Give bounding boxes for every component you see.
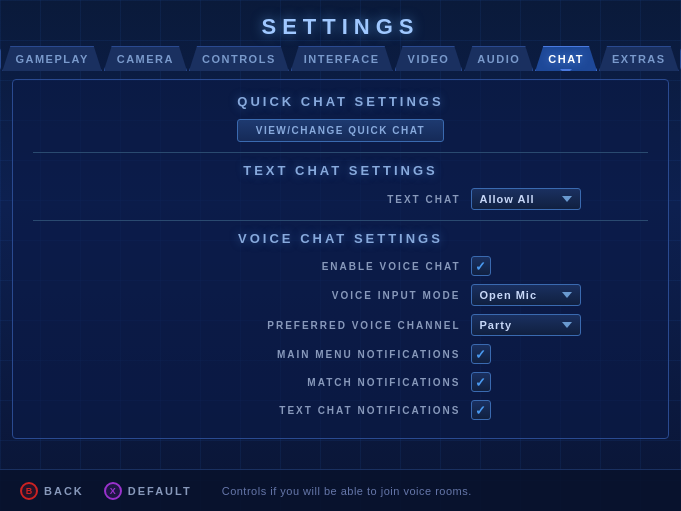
view-change-quick-chat-button[interactable]: VIEW/CHANGE QUICK CHAT: [237, 119, 444, 142]
preferred-voice-channel-label: PREFERRED VOICE CHANNEL: [91, 320, 461, 331]
voice-chat-rows: ENABLE VOICE CHAT VOICE INPUT MODE Open …: [91, 256, 591, 420]
tab-controls[interactable]: CONTROLS: [189, 46, 289, 71]
tab-video[interactable]: VIDEO: [395, 46, 463, 71]
preferred-voice-channel-arrow-icon: [562, 322, 572, 328]
voice-chat-section-title: VOICE CHAT SETTINGS: [33, 231, 648, 246]
back-label: BACK: [44, 485, 84, 497]
divider-1: [33, 152, 648, 153]
back-button[interactable]: B BACK: [20, 482, 84, 500]
tab-gameplay[interactable]: GAMEPLAY: [2, 46, 101, 71]
enable-voice-chat-checkbox[interactable]: [471, 256, 491, 276]
main-menu-notifications-label: MAIN MENU NOTIFICATIONS: [91, 349, 461, 360]
default-button[interactable]: X DEFAULT: [104, 482, 192, 500]
text-chat-label: TEXT CHAT: [91, 194, 461, 205]
preferred-voice-channel-row: PREFERRED VOICE CHANNEL Party: [91, 314, 591, 336]
text-chat-section-title: TEXT CHAT SETTINGS: [33, 163, 648, 178]
tab-interface[interactable]: INTERFACE: [291, 46, 393, 71]
bottom-hint: Controls if you will be able to join voi…: [222, 485, 472, 497]
divider-2: [33, 220, 648, 221]
match-notifications-label: MATCH NOTIFICATIONS: [91, 377, 461, 388]
left-shoulder-button[interactable]: L1: [0, 47, 1, 71]
main-menu-notifications-checkbox[interactable]: [471, 344, 491, 364]
default-label: DEFAULT: [128, 485, 192, 497]
match-notifications-row: MATCH NOTIFICATIONS: [91, 372, 591, 392]
text-chat-notifications-checkbox[interactable]: [471, 400, 491, 420]
voice-input-mode-row: VOICE INPUT MODE Open Mic: [91, 284, 591, 306]
quick-chat-section-title: QUICK CHAT SETTINGS: [33, 94, 648, 109]
voice-input-mode-value: Open Mic: [480, 289, 538, 301]
back-icon: B: [20, 482, 38, 500]
tab-audio[interactable]: AUDIO: [464, 46, 533, 71]
voice-input-mode-dropdown[interactable]: Open Mic: [471, 284, 581, 306]
tab-camera[interactable]: CAMERA: [104, 46, 187, 71]
tab-bar: L1 GAMEPLAY CAMERA CONTROLS INTERFACE VI…: [0, 46, 681, 71]
text-chat-notifications-row: TEXT CHAT NOTIFICATIONS: [91, 400, 591, 420]
preferred-voice-channel-value: Party: [480, 319, 513, 331]
bottom-bar: B BACK X DEFAULT Controls if you will be…: [0, 469, 681, 511]
page-title: SETTINGS: [0, 0, 681, 46]
text-chat-dropdown-arrow-icon: [562, 196, 572, 202]
voice-input-mode-arrow-icon: [562, 292, 572, 298]
main-menu-notifications-row: MAIN MENU NOTIFICATIONS: [91, 344, 591, 364]
enable-voice-chat-row: ENABLE VOICE CHAT: [91, 256, 591, 276]
text-chat-notifications-label: TEXT CHAT NOTIFICATIONS: [91, 405, 461, 416]
text-chat-dropdown-value: Allow All: [480, 193, 535, 205]
voice-input-mode-label: VOICE INPUT MODE: [91, 290, 461, 301]
preferred-voice-channel-dropdown[interactable]: Party: [471, 314, 581, 336]
text-chat-dropdown[interactable]: Allow All: [471, 188, 581, 210]
tab-chat[interactable]: CHAT: [535, 46, 597, 71]
text-chat-row: TEXT CHAT Allow All: [91, 188, 591, 210]
settings-content: QUICK CHAT SETTINGS VIEW/CHANGE QUICK CH…: [12, 79, 669, 439]
tab-extras[interactable]: EXTRAS: [599, 46, 679, 71]
enable-voice-chat-label: ENABLE VOICE CHAT: [91, 261, 461, 272]
default-icon: X: [104, 482, 122, 500]
match-notifications-checkbox[interactable]: [471, 372, 491, 392]
